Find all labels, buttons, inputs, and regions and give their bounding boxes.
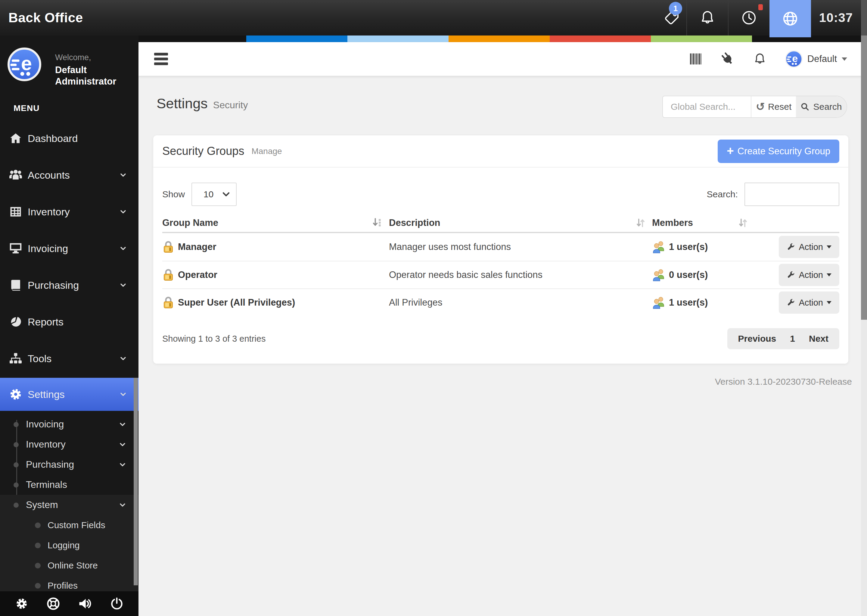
global-search-button[interactable]: Search — [796, 96, 847, 117]
sidebar-item-invoicing[interactable]: Invoicing — [0, 230, 139, 267]
create-button-label: Create Security Group — [738, 146, 830, 157]
reset-label: Reset — [768, 102, 791, 112]
column-header-description[interactable]: Description — [389, 217, 652, 228]
sidebar-subitem-terminals[interactable]: Terminals — [0, 475, 139, 495]
table-row[interactable]: Operator Operator needs basic sales func… — [162, 261, 839, 288]
reset-button[interactable]: ↺ Reset — [751, 96, 796, 117]
members-icon — [652, 240, 666, 253]
sidebar-subitem-custom-fields[interactable]: Custom Fields — [0, 515, 139, 535]
pagination-previous[interactable]: Previous — [738, 333, 776, 344]
create-security-group-button[interactable]: + Create Security Group — [718, 140, 839, 163]
sidebar-item-label: Accounts — [28, 169, 70, 181]
top-bar: Back Office 1 10:37 — [0, 0, 867, 36]
sort-desc-icon — [372, 217, 382, 228]
wrench-icon — [787, 271, 795, 279]
action-label: Action — [799, 242, 823, 252]
help-lifering-icon[interactable] — [46, 597, 60, 611]
sidebar-item-purchasing[interactable]: Purchasing — [0, 267, 139, 303]
sidebar-subitem-inventory[interactable]: Inventory — [0, 434, 139, 454]
time-clock-button[interactable] — [728, 0, 769, 36]
stripe-segment — [550, 36, 651, 42]
action-button[interactable]: Action — [779, 236, 839, 258]
pagination-next[interactable]: Next — [809, 333, 828, 344]
group-name: Manager — [178, 242, 216, 252]
page-size-select[interactable]: 10 — [191, 182, 236, 206]
members-count: 1 user(s) — [669, 297, 708, 308]
subitem-label: System — [26, 499, 58, 511]
hamburger-menu-button[interactable] — [154, 51, 168, 68]
plug-icon[interactable] — [721, 52, 735, 66]
column-label: Description — [389, 217, 440, 228]
subitem-label: Terminals — [26, 479, 67, 490]
brand-stripe — [139, 36, 867, 42]
sidebar-item-tools[interactable]: Tools — [0, 340, 139, 377]
subitem-label: Invoicing — [26, 419, 64, 430]
pie-chart-icon — [9, 316, 22, 328]
column-label: Group Name — [162, 217, 218, 228]
sidebar-item-label: Purchasing — [28, 280, 79, 291]
table-search-input[interactable] — [744, 182, 839, 206]
lock-icon — [162, 240, 174, 253]
sidebar-subitem-online-store[interactable]: Online Store — [0, 555, 139, 575]
table-row[interactable]: Manager Manager uses most functions 1 us… — [162, 233, 839, 261]
group-description: All Privileges — [389, 297, 652, 308]
members-count: 1 user(s) — [669, 242, 708, 252]
window-scrollbar[interactable] — [861, 0, 867, 616]
scrollbar-thumb[interactable] — [861, 36, 867, 320]
subitem-label: Logging — [47, 540, 80, 550]
chevron-down-icon — [120, 246, 126, 251]
caret-down-icon — [827, 273, 831, 277]
group-description: Manager uses most functions — [389, 242, 652, 252]
reset-icon: ↺ — [756, 101, 765, 112]
volume-icon[interactable] — [78, 597, 92, 610]
sidebar-subitem-purchasing[interactable]: Purchasing — [0, 454, 139, 475]
scrollbar-thumb-top[interactable] — [861, 0, 867, 36]
subitem-label: Inventory — [26, 439, 66, 450]
sidebar-item-reports[interactable]: Reports — [0, 303, 139, 340]
sidebar-item-label: Inventory — [28, 206, 70, 218]
table-row[interactable]: Super User (All Privileges) All Privileg… — [162, 288, 839, 316]
chevron-down-icon — [120, 173, 126, 177]
column-header-group-name[interactable]: Group Name — [162, 217, 389, 228]
sidebar-subitem-logging[interactable]: Logging — [0, 535, 139, 555]
sidebar-item-settings-active[interactable]: Settings — [0, 378, 139, 411]
company-logo — [8, 47, 41, 81]
search-icon — [801, 102, 810, 111]
content-header: Default — [139, 42, 867, 76]
action-button[interactable]: Action — [779, 264, 839, 286]
sidebar-scrollbar[interactable] — [134, 378, 138, 585]
user-name: Default Administrator — [55, 64, 127, 87]
bell-icon[interactable] — [753, 52, 766, 66]
members-icon — [652, 268, 666, 281]
notifications-button[interactable] — [686, 0, 728, 36]
sidebar-item-label: Tools — [28, 353, 52, 365]
profile-menu[interactable]: Default — [785, 50, 847, 68]
sort-icon — [636, 217, 645, 228]
sidebar-item-label: Invoicing — [28, 243, 68, 255]
global-search-input[interactable] — [663, 96, 751, 117]
language-button[interactable] — [769, 0, 811, 37]
chevron-down-icon — [222, 192, 230, 197]
card-subtitle: Manage — [251, 146, 282, 156]
pagination-page-1[interactable]: 1 — [790, 333, 795, 344]
globe-icon — [782, 10, 799, 27]
action-button[interactable]: Action — [779, 291, 839, 314]
barcode-icon[interactable] — [690, 52, 702, 66]
power-icon[interactable] — [110, 597, 123, 610]
promotions-button[interactable]: 1 — [657, 0, 686, 36]
chevron-down-icon — [119, 422, 126, 426]
clock-time: 10:37 — [811, 0, 861, 36]
sidebar-item-accounts[interactable]: Accounts — [0, 157, 139, 193]
action-label: Action — [799, 298, 823, 308]
sidebar-subitem-system[interactable]: System — [0, 495, 139, 515]
sort-icon — [738, 217, 748, 228]
subitem-label: Online Store — [47, 560, 98, 570]
sidebar-item-label: Dashboard — [28, 133, 78, 145]
members-count: 0 user(s) — [669, 269, 708, 280]
sidebar-item-dashboard[interactable]: Dashboard — [0, 120, 139, 157]
sidebar-item-inventory[interactable]: Inventory — [0, 193, 139, 230]
column-header-members[interactable]: Members — [652, 217, 754, 228]
sidebar-subitem-invoicing[interactable]: Invoicing — [0, 414, 139, 434]
settings-gear-icon[interactable] — [15, 597, 28, 610]
pagination: Previous 1 Next — [727, 328, 839, 349]
